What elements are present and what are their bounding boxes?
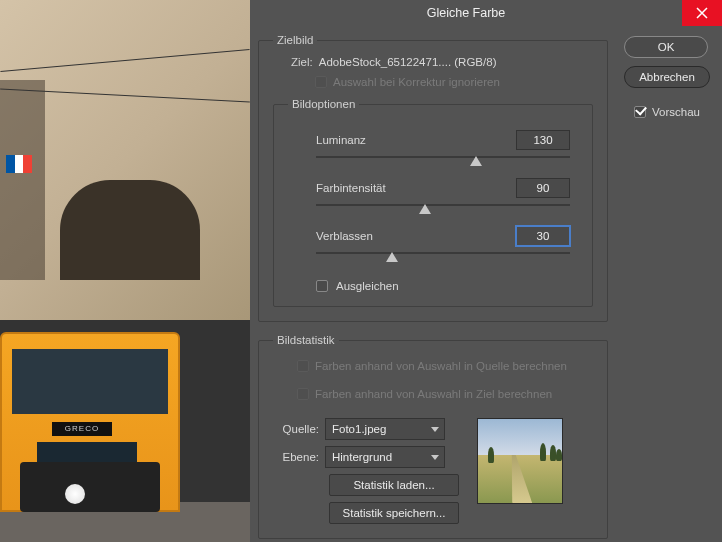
chevron-down-icon — [431, 455, 439, 460]
target-value: AdobeStock_65122471.... (RGB/8) — [319, 56, 497, 68]
preview-label: Vorschau — [652, 106, 700, 118]
ok-button[interactable]: OK — [624, 36, 708, 58]
chevron-down-icon — [431, 427, 439, 432]
image-options-group: Bildoptionen Luminanz Farbi — [273, 98, 593, 307]
close-button[interactable] — [682, 0, 722, 26]
color-intensity-slider[interactable] — [316, 202, 570, 216]
preview-image: GRECO — [0, 0, 250, 542]
ignore-selection-checkbox — [315, 76, 327, 88]
luminance-slider[interactable] — [316, 154, 570, 168]
layer-select[interactable]: Hintergrund — [325, 446, 445, 468]
luminance-input[interactable] — [516, 130, 570, 150]
calc-from-target-label: Farben anhand von Auswahl in Ziel berech… — [315, 388, 552, 400]
source-select-value: Foto1.jpeg — [332, 423, 386, 435]
source-thumbnail — [477, 418, 563, 504]
neutralize-label: Ausgleichen — [336, 280, 399, 292]
cancel-button[interactable]: Abbrechen — [624, 66, 710, 88]
color-intensity-label: Farbintensität — [316, 182, 516, 194]
calc-from-source-label: Farben anhand von Auswahl in Quelle bere… — [315, 360, 567, 372]
color-intensity-slider-group: Farbintensität — [316, 178, 570, 216]
source-label: Quelle: — [273, 423, 319, 435]
image-statistics-legend: Bildstatistik — [273, 334, 339, 346]
target-image-legend: Zielbild — [273, 34, 317, 46]
luminance-label: Luminanz — [316, 134, 516, 146]
titlebar: Gleiche Farbe — [250, 0, 722, 26]
fade-slider[interactable] — [316, 250, 570, 264]
neutralize-checkbox[interactable] — [316, 280, 328, 292]
calc-from-target-checkbox — [297, 388, 309, 400]
image-options-legend: Bildoptionen — [288, 98, 359, 110]
color-intensity-input[interactable] — [516, 178, 570, 198]
fade-label: Verblassen — [316, 230, 516, 242]
fade-input[interactable] — [516, 226, 570, 246]
dialog-title: Gleiche Farbe — [250, 6, 682, 20]
target-image-group: Zielbild Ziel: AdobeStock_65122471.... (… — [258, 34, 608, 322]
source-select[interactable]: Foto1.jpeg — [325, 418, 445, 440]
image-statistics-group: Bildstatistik Farben anhand von Auswahl … — [258, 334, 608, 539]
calc-from-source-checkbox — [297, 360, 309, 372]
tram-sign: GRECO — [52, 422, 112, 436]
target-label: Ziel: — [291, 56, 313, 68]
preview-checkbox[interactable] — [634, 106, 646, 118]
close-icon — [696, 7, 708, 19]
match-color-dialog: Gleiche Farbe Zielbild Ziel: AdobeStock_… — [250, 0, 722, 542]
luminance-slider-group: Luminanz — [316, 130, 570, 168]
load-statistics-button[interactable]: Statistik laden... — [329, 474, 459, 496]
save-statistics-button[interactable]: Statistik speichern... — [329, 502, 459, 524]
fade-slider-group: Verblassen — [316, 226, 570, 264]
layer-select-value: Hintergrund — [332, 451, 392, 463]
ignore-selection-label: Auswahl bei Korrektur ignorieren — [333, 76, 500, 88]
layer-label: Ebene: — [273, 451, 319, 463]
